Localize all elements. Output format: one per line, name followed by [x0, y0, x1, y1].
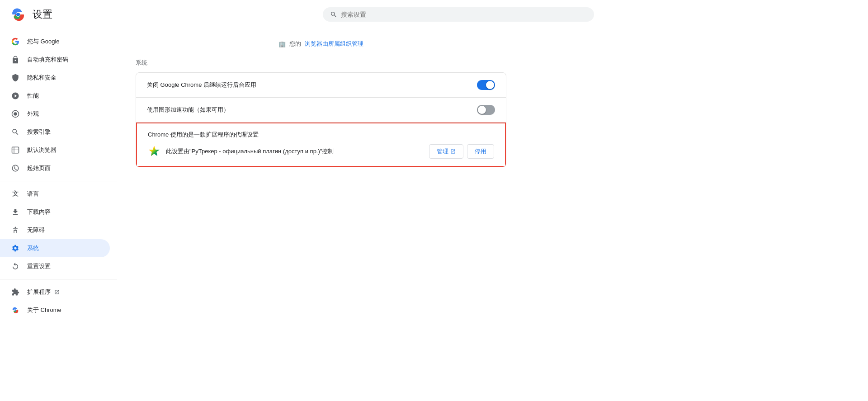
sidebar-divider-1	[0, 181, 117, 181]
org-banner-link[interactable]: 浏览器由所属组织管理	[305, 40, 363, 48]
external-link-icon	[450, 149, 456, 154]
org-icon: 🏢	[278, 41, 286, 47]
sidebar-item-label-reset: 重置设置	[27, 262, 51, 270]
about-chrome-icon	[11, 306, 20, 315]
proxy-extension-row: 此设置由"РуТрекер - официальный плагин (дост…	[148, 144, 494, 159]
toggle-knob-2	[478, 106, 486, 114]
svg-point-4	[14, 112, 17, 116]
sidebar-divider-2	[0, 279, 117, 279]
sidebar-item-google[interactable]: 您与 Google	[0, 33, 110, 51]
language-icon: 文	[11, 189, 20, 198]
org-banner: 🏢 您的 浏览器由所属组织管理	[136, 40, 506, 48]
page-title: 设置	[33, 8, 52, 21]
accessibility-icon	[11, 226, 20, 235]
sidebar-item-about[interactable]: 关于 Chrome	[0, 301, 110, 319]
sidebar-item-label-appearance: 外观	[27, 110, 39, 118]
org-banner-text: 您的	[289, 40, 301, 48]
sidebar-extensions-label-container: 扩展程序	[27, 288, 60, 296]
sidebar-item-language[interactable]: 文 语言	[0, 185, 110, 203]
extensions-icon	[11, 288, 20, 297]
hardware-acceleration-label: 使用图形加速功能（如果可用）	[147, 106, 229, 114]
proxy-actions: 管理 停用	[429, 144, 494, 159]
chrome-logo-icon	[11, 7, 25, 22]
main-layout: 您与 Google 自动填充和密码 隐私和安全 性能 外观	[0, 29, 868, 401]
system-icon	[11, 244, 20, 253]
sidebar-item-label-privacy: 隐私和安全	[27, 74, 57, 82]
sidebar-item-autofill[interactable]: 自动填充和密码	[0, 51, 110, 69]
disable-button[interactable]: 停用	[467, 144, 494, 159]
sidebar-item-label-about: 关于 Chrome	[27, 306, 61, 314]
svg-rect-5	[12, 147, 19, 153]
downloads-icon	[11, 208, 20, 217]
manage-button[interactable]: 管理	[429, 144, 463, 159]
sidebar-item-label-language: 语言	[27, 190, 39, 198]
sidebar-item-label-google: 您与 Google	[27, 38, 60, 46]
proxy-extension-name: 此设置由"РуТрекер - официальный плагин (дост…	[166, 147, 424, 156]
sidebar-item-label-extensions: 扩展程序	[27, 288, 51, 296]
sidebar-item-downloads[interactable]: 下载内容	[0, 203, 110, 221]
svg-point-2	[16, 13, 20, 16]
svg-marker-11	[149, 146, 160, 156]
background-apps-toggle[interactable]	[477, 80, 495, 90]
performance-icon	[11, 91, 20, 100]
search-bar	[323, 7, 594, 22]
search-input[interactable]	[341, 11, 587, 18]
search-engine-icon	[11, 127, 20, 137]
sidebar-item-reset[interactable]: 重置设置	[0, 257, 110, 275]
sidebar-item-search[interactable]: 搜索引擎	[0, 123, 110, 141]
search-icon	[330, 11, 337, 18]
sidebar-item-extensions[interactable]: 扩展程序	[0, 283, 110, 301]
default-browser-icon	[11, 146, 20, 155]
privacy-icon	[11, 73, 20, 82]
google-icon	[11, 37, 20, 46]
pytracker-icon	[148, 145, 160, 158]
sidebar-item-system[interactable]: 系统	[0, 239, 110, 257]
sidebar-item-label-startup: 起始页面	[27, 164, 51, 172]
main-content: 🏢 您的 浏览器由所属组织管理 系统 关闭 Google Chrome 后继续运…	[118, 29, 524, 401]
proxy-warning-title: Chrome 使用的是一款扩展程序的代理设置	[148, 131, 494, 139]
sidebar-item-label-search: 搜索引擎	[27, 128, 51, 136]
background-apps-label: 关闭 Google Chrome 后继续运行后台应用	[147, 81, 256, 89]
sidebar: 您与 Google 自动填充和密码 隐私和安全 性能 外观	[0, 29, 118, 401]
sidebar-item-startup[interactable]: 起始页面	[0, 159, 110, 177]
sidebar-item-label-downloads: 下载内容	[27, 208, 51, 216]
hardware-acceleration-toggle[interactable]	[477, 105, 495, 115]
settings-card: 关闭 Google Chrome 后继续运行后台应用 使用图形加速功能（如果可用…	[136, 72, 506, 167]
sidebar-item-default-browser[interactable]: 默认浏览器	[0, 141, 110, 159]
sidebar-item-label-performance: 性能	[27, 92, 39, 100]
svg-point-9	[14, 309, 16, 311]
header: 设置	[0, 0, 868, 29]
background-apps-row: 关闭 Google Chrome 后继续运行后台应用	[136, 73, 506, 98]
hardware-acceleration-row: 使用图形加速功能（如果可用）	[136, 98, 506, 123]
startup-icon	[11, 164, 20, 173]
svg-point-6	[15, 227, 16, 228]
system-section: 系统 关闭 Google Chrome 后继续运行后台应用 使用图形加速功能（如…	[136, 59, 506, 167]
toggle-knob	[486, 81, 494, 89]
system-section-title: 系统	[136, 59, 506, 67]
sidebar-item-performance[interactable]: 性能	[0, 87, 110, 105]
sidebar-item-label-autofill: 自动填充和密码	[27, 56, 68, 64]
sidebar-item-label-accessibility: 无障碍	[27, 226, 45, 234]
search-container	[60, 7, 857, 22]
autofill-icon	[11, 55, 20, 64]
sidebar-item-accessibility[interactable]: 无障碍	[0, 221, 110, 239]
sidebar-item-appearance[interactable]: 外观	[0, 105, 110, 123]
sidebar-item-label-system: 系统	[27, 244, 39, 252]
sidebar-item-label-default-browser: 默认浏览器	[27, 146, 57, 154]
proxy-warning-row: Chrome 使用的是一款扩展程序的代理设置	[136, 123, 506, 167]
sidebar-item-privacy[interactable]: 隐私和安全	[0, 69, 110, 87]
reset-icon	[11, 262, 20, 271]
appearance-icon	[11, 109, 20, 118]
